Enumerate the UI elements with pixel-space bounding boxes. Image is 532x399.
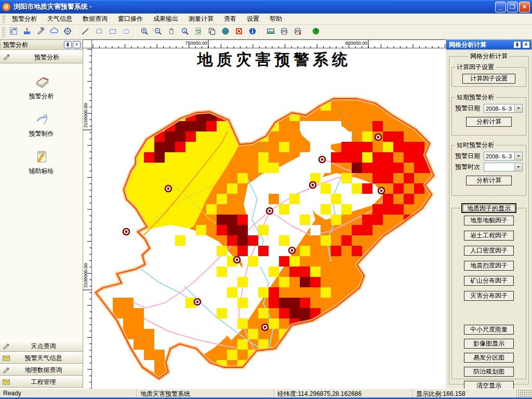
restore-button[interactable]: ❐ bbox=[507, 2, 518, 12]
factor-button-1[interactable]: 地形地貌因子 bbox=[464, 216, 514, 225]
toolbar-grip[interactable] bbox=[2, 26, 5, 38]
town-marker[interactable] bbox=[262, 324, 268, 330]
toolbar-stop-record-button[interactable] bbox=[233, 26, 245, 38]
short-time-time-combo[interactable] bbox=[484, 163, 523, 171]
short-time-date-combo[interactable]: 2008- 6- 3 bbox=[484, 152, 523, 161]
bottom-bar-geo-data-query[interactable]: 地理数据查询 bbox=[0, 364, 83, 376]
menu-item-4[interactable]: 窗口操作 bbox=[113, 13, 148, 25]
menu-item-1[interactable]: 预警分析 bbox=[7, 13, 42, 25]
map-canvas[interactable]: 地质灾害预警系统 bbox=[92, 48, 445, 389]
toolbar-geology-hammer-button[interactable] bbox=[34, 26, 47, 38]
left-group-header[interactable]: 预警分析 bbox=[0, 51, 83, 63]
short-term-date-combo[interactable]: 2008- 6- 3 bbox=[484, 104, 523, 113]
seal-icon bbox=[2, 342, 11, 350]
chevron-down-icon[interactable] bbox=[514, 152, 522, 160]
factor-button-4[interactable]: 地震烈度因子 bbox=[464, 261, 514, 271]
stop-record-icon bbox=[235, 27, 243, 37]
menu-item-9[interactable]: 帮助 bbox=[264, 13, 287, 25]
town-marker[interactable] bbox=[165, 185, 171, 192]
layer-button-3[interactable]: 易发分区图 bbox=[464, 353, 514, 363]
right-panel-caption-bar: 网格分析计算 × bbox=[446, 39, 532, 50]
layer-button-4[interactable]: 防治规划图 bbox=[464, 367, 514, 377]
toolbar-draw-ellipse-button[interactable] bbox=[120, 26, 132, 38]
factor-button-2[interactable]: 岩土工程因子 bbox=[464, 231, 514, 241]
satellite-dish-icon bbox=[9, 27, 18, 37]
factor-setting-button[interactable]: 计算因子设置 bbox=[462, 74, 515, 84]
resize-grip[interactable] bbox=[517, 389, 532, 397]
nav-item-aux-draw[interactable]: 辅助标绘 bbox=[0, 148, 83, 176]
svg-text:800000.00: 800000.00 bbox=[345, 41, 367, 46]
short-time-date-value: 2008- 6- 3 bbox=[484, 153, 514, 159]
toolbar-flood-monitor-button[interactable] bbox=[21, 26, 33, 38]
bottom-bar-weather-info[interactable]: 预警天气信息 bbox=[0, 352, 83, 364]
minimize-button[interactable]: _ bbox=[495, 2, 506, 12]
menu-item-8[interactable]: 设置 bbox=[242, 13, 264, 25]
menu-item-3[interactable]: 数据查询 bbox=[77, 13, 113, 25]
toolbar-refresh-view-button[interactable] bbox=[192, 26, 205, 38]
menu-item-5[interactable]: 成果输出 bbox=[148, 13, 183, 25]
toolbar-zoom-in-button[interactable] bbox=[138, 26, 151, 38]
toolbar-copy-layers-button[interactable] bbox=[206, 26, 218, 38]
toolbar-satellite-dish-button[interactable] bbox=[7, 26, 20, 38]
menu-item-7[interactable]: 查看 bbox=[219, 13, 242, 25]
bottom-bar-disaster-query[interactable]: 灾点查询 bbox=[0, 340, 83, 352]
toolbar-draw-rectangle-button[interactable] bbox=[107, 26, 119, 38]
toolbar-help-button[interactable]: ? bbox=[310, 26, 322, 38]
layer-button-1[interactable]: 中小尺度雨量 bbox=[464, 325, 514, 335]
geo-factor-display-button[interactable]: 地质因子的显示 bbox=[461, 203, 516, 213]
town-marker[interactable] bbox=[194, 299, 201, 305]
nav-item-warning-make[interactable]: 预警制作 bbox=[0, 110, 83, 138]
pin-icon[interactable] bbox=[64, 41, 72, 48]
left-panel-close-icon[interactable]: × bbox=[73, 41, 81, 48]
title-bar: d 浏阳市地质灾害预警系统 - _ ❐ × bbox=[0, 0, 532, 14]
bottom-bar-label: 灾点查询 bbox=[11, 342, 83, 351]
toolbar-map-image-button[interactable] bbox=[264, 26, 277, 38]
bottom-bar-label: 工程管理 bbox=[11, 378, 83, 387]
menu-grip[interactable] bbox=[2, 15, 5, 23]
toolbar-draw-polygon-button[interactable] bbox=[93, 26, 105, 38]
right-panel-close-icon[interactable]: × bbox=[522, 41, 530, 48]
draw-rectangle-icon bbox=[109, 27, 117, 37]
menu-item-6[interactable]: 测量计算 bbox=[183, 13, 219, 25]
layer-button-2[interactable]: 影像图显示 bbox=[464, 339, 514, 349]
toolbar-separator bbox=[135, 27, 136, 37]
town-marker[interactable] bbox=[310, 182, 316, 188]
svg-text:?: ? bbox=[314, 29, 317, 34]
town-marker[interactable] bbox=[289, 247, 295, 254]
town-marker[interactable] bbox=[123, 229, 129, 235]
toolbar-draw-line-button[interactable] bbox=[79, 26, 92, 38]
factor-button-5[interactable]: 矿山分布因子 bbox=[464, 276, 514, 286]
town-marker[interactable] bbox=[319, 156, 325, 163]
svg-text:3150000.00: 3150000.00 bbox=[83, 103, 88, 128]
town-marker[interactable] bbox=[378, 188, 384, 194]
ruler-top: 750000.00800000.00 bbox=[92, 39, 445, 48]
short-term-run-button[interactable]: 分析计算 bbox=[466, 117, 512, 127]
toolbar-zoom-scale-button[interactable]: ± bbox=[179, 26, 191, 38]
town-marker[interactable] bbox=[375, 134, 381, 140]
mail-icon bbox=[2, 378, 11, 386]
toolbar-cloud-weather-button[interactable] bbox=[48, 26, 60, 38]
toolbar-zoom-out-button[interactable] bbox=[152, 26, 164, 38]
nav-item-warning-analysis[interactable]: 预警分析 bbox=[0, 73, 83, 101]
factor-button-3[interactable]: 人口密度因子 bbox=[464, 246, 514, 256]
chevron-down-icon[interactable] bbox=[514, 163, 522, 171]
toolbar-globe-internet-button[interactable] bbox=[219, 26, 232, 38]
short-time-run-button[interactable]: 分析计算 bbox=[466, 176, 512, 185]
toolbar-separator bbox=[261, 27, 262, 37]
toolbar-target-locate-button[interactable] bbox=[61, 26, 74, 38]
close-button[interactable]: × bbox=[519, 2, 530, 12]
chevron-down-icon[interactable] bbox=[514, 104, 522, 112]
toolbar-identify-info-button[interactable] bbox=[246, 26, 259, 38]
pin-icon[interactable] bbox=[513, 41, 521, 48]
town-marker[interactable] bbox=[234, 257, 240, 263]
bottom-bar-project-manage[interactable]: 工程管理 bbox=[0, 376, 83, 388]
factor-button-6[interactable]: 灾害分布因子 bbox=[464, 291, 514, 301]
bottom-bar-label: 地理数据查询 bbox=[11, 366, 83, 375]
town-marker[interactable] bbox=[267, 208, 273, 214]
menu-item-2[interactable]: 天气信息 bbox=[42, 13, 77, 25]
toolbar-print-setup-button[interactable] bbox=[291, 26, 304, 38]
toolbar-print-button[interactable] bbox=[278, 26, 290, 38]
left-group-title: 预警分析 bbox=[11, 53, 83, 62]
toolbar-pan-hand-button[interactable] bbox=[165, 26, 178, 38]
zoom-scale-icon: ± bbox=[181, 27, 189, 37]
